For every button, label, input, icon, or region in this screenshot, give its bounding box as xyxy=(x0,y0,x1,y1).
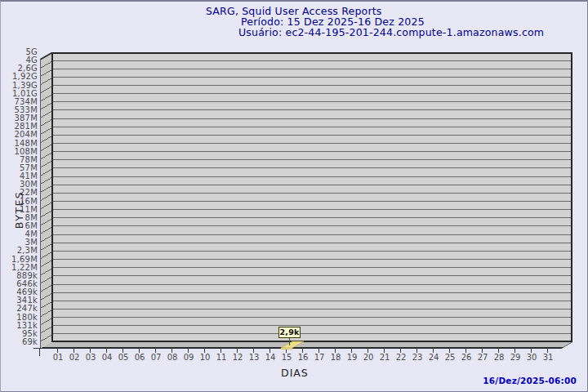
x-axis-tick-label: 06 xyxy=(131,353,148,363)
generation-timestamp: 16/Dez/2025-06:00 xyxy=(483,376,577,385)
x-axis-tick-label: 27 xyxy=(474,353,491,363)
x-axis-tick-label: 25 xyxy=(442,353,458,363)
x-axis-tick-label: 02 xyxy=(66,353,82,363)
axis-origin-tick-v xyxy=(39,349,40,356)
x-axis-tick-label: 30 xyxy=(523,353,540,363)
x-axis-tick-label: 08 xyxy=(164,353,180,363)
x-axis-tick-label: 09 xyxy=(180,353,197,363)
x-axis-tick-label: 04 xyxy=(99,353,115,363)
x-axis-tick-label: 03 xyxy=(82,353,99,363)
x-axis-tick-label: 24 xyxy=(425,353,442,363)
x-axis-tick-label: 22 xyxy=(393,353,409,363)
chart-left-wall xyxy=(40,52,51,349)
bar-day-15 xyxy=(278,338,308,350)
x-axis-tick-label: 12 xyxy=(229,353,246,363)
x-axis-tick-label: 26 xyxy=(458,353,474,363)
x-axis-tick-label: 07 xyxy=(148,353,164,363)
x-axis-tick-label: 23 xyxy=(409,353,425,363)
x-axis-tick-label: 14 xyxy=(262,353,278,363)
y-axis-tick-label: 247k xyxy=(1,305,38,313)
x-axis-tick-label: 17 xyxy=(311,353,327,363)
bar-value-leader-line xyxy=(289,338,290,345)
x-axis-tick-label: 28 xyxy=(491,353,507,363)
chart-plot-area xyxy=(51,52,572,342)
x-axis-tick-label: 20 xyxy=(360,353,376,363)
x-axis-labels: 0102030405060708091011121314151617181920… xyxy=(50,353,556,363)
x-axis-tick-label: 15 xyxy=(278,353,295,363)
x-axis-tick-label: 01 xyxy=(50,353,66,363)
y-axis-title: BYTES xyxy=(13,181,26,238)
bar-value-callout: 2,9k xyxy=(278,327,301,338)
x-axis-tick-label: 05 xyxy=(115,353,131,363)
x-axis-tick-label: 29 xyxy=(507,353,523,363)
y-axis-tick-label: 2,3M xyxy=(1,247,38,255)
x-axis-tick-label: 13 xyxy=(246,353,262,363)
x-axis-title: DIAS xyxy=(281,367,309,379)
sarg-report-page: SARG, Squid User Access Reports Período:… xyxy=(0,0,588,392)
x-axis-tick-label: 31 xyxy=(540,353,556,363)
report-user: Usuário: ec2-44-195-201-244.compute-1.am… xyxy=(238,26,544,38)
x-axis-tick-label: 11 xyxy=(213,353,229,363)
x-axis-tick-label: 16 xyxy=(295,353,311,363)
x-axis-tick-label: 19 xyxy=(344,353,360,363)
x-axis-tick-label: 10 xyxy=(197,353,213,363)
y-axis-tick-label: 69k xyxy=(1,338,38,346)
x-axis-tick-label: 18 xyxy=(327,353,344,363)
x-axis-tick-label: 21 xyxy=(376,353,393,363)
